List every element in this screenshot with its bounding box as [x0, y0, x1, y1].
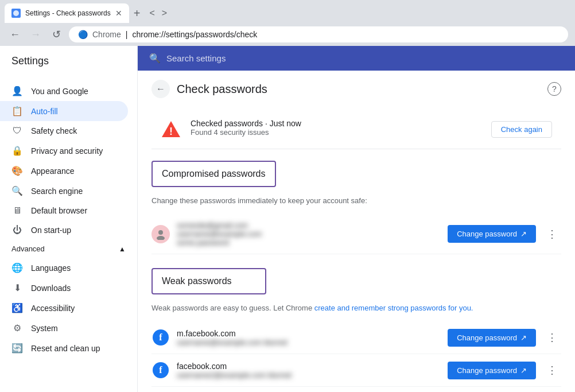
advanced-arrow-icon: ▲: [119, 245, 126, 253]
compromised-change-password-button[interactable]: Change password ↗: [448, 225, 536, 243]
sidebar-item-downloads[interactable]: ⬇ Downloads: [0, 278, 128, 298]
reset-icon: 🔄: [11, 343, 23, 354]
compromised-section-box: Compromised passwords: [151, 161, 276, 187]
warning-icon: !: [161, 119, 181, 139]
sidebar-item-privacy-security[interactable]: 🔒 Privacy and security: [0, 141, 128, 161]
languages-icon: 🌐: [11, 262, 23, 273]
sidebar-item-search-engine[interactable]: 🔍 Search engine: [0, 181, 128, 201]
startup-icon: ⏻: [11, 225, 23, 235]
nav-arrow-forward[interactable]: >: [160, 8, 169, 18]
compromised-password-item: somesite@gmail.com username@example.com …: [151, 214, 561, 254]
sidebar: Settings 👤 You and Google 📋 Auto-fill 🛡 …: [0, 46, 138, 392]
sidebar-item-safety-check[interactable]: 🛡 Safety check: [0, 121, 128, 141]
tab-bar: Settings - Check passwords ✕ + < >: [0, 0, 575, 23]
url-domain: Chrome: [92, 30, 121, 39]
check-again-button[interactable]: Check again: [491, 121, 552, 138]
sidebar-item-label: System: [31, 324, 58, 333]
new-tab-button[interactable]: +: [129, 7, 145, 20]
sidebar-item-default-browser[interactable]: 🖥 Default browser: [0, 201, 128, 220]
weak-username-2: username2@example.com blurred: [177, 371, 441, 379]
status-subtitle: Found 4 security issues: [191, 128, 491, 137]
svg-point-0: [13, 10, 19, 16]
weak-password-item-2: f facebook.com username2@example.com blu…: [151, 354, 561, 387]
weak-site-name-2: facebook.com: [177, 362, 441, 371]
back-to-passwords-button[interactable]: ←: [151, 80, 170, 98]
help-icon[interactable]: ?: [547, 82, 561, 96]
weak-password-item-1: f m.facebook.com username@example.com bl…: [151, 321, 561, 354]
nav-arrow-back[interactable]: <: [147, 8, 157, 18]
safety-check-icon: 🛡: [11, 126, 23, 136]
sidebar-item-label: Default browser: [31, 206, 87, 215]
search-input[interactable]: [166, 53, 564, 63]
sidebar-item-label: You and Google: [31, 87, 88, 96]
default-browser-icon: 🖥: [11, 205, 23, 216]
advanced-section[interactable]: Advanced ▲: [0, 240, 137, 258]
weak-title: Weak passwords: [162, 276, 256, 286]
weak-site-info-1: m.facebook.com username@example.com blur…: [177, 329, 441, 347]
svg-point-4: [157, 236, 165, 240]
url-bar[interactable]: 🔵 Chrome | chrome://settings/passwords/c…: [69, 26, 568, 42]
sidebar-item-label: On start-up: [31, 226, 71, 235]
sidebar-item-label: Appearance: [31, 166, 75, 176]
accessibility-icon: ♿: [11, 302, 23, 313]
main-content: 🔍 ← Check passwords ? ! Checked passw: [138, 46, 575, 392]
sidebar-item-system[interactable]: ⚙ System: [0, 318, 128, 338]
sidebar-item-you-google[interactable]: 👤 You and Google: [0, 81, 128, 101]
svg-text:!: !: [169, 126, 173, 137]
weak-more-options-button-2[interactable]: ⋮: [543, 361, 561, 379]
sidebar-item-label: Search engine: [31, 187, 83, 196]
sidebar-header: Settings: [0, 46, 137, 76]
sidebar-item-accessibility[interactable]: ♿ Accessibility: [0, 298, 128, 318]
external-link-icon: ↗: [520, 333, 527, 342]
reload-button[interactable]: ↺: [48, 26, 64, 42]
weak-change-password-button-1[interactable]: Change password ↗: [448, 329, 536, 347]
sidebar-item-languages[interactable]: 🌐 Languages: [0, 258, 128, 278]
external-link-icon: ↗: [520, 230, 527, 238]
lock-icon: 🔵: [78, 30, 88, 39]
appearance-icon: 🎨: [11, 165, 23, 176]
compromised-favicon: [151, 225, 170, 243]
weak-site-name-1: m.facebook.com: [177, 329, 441, 338]
sidebar-item-reset[interactable]: 🔄 Reset and clean up: [0, 338, 128, 358]
sidebar-item-auto-fill[interactable]: 📋 Auto-fill: [0, 101, 128, 121]
search-icon: 🔍: [149, 53, 161, 64]
address-bar: ← → ↺ 🔵 Chrome | chrome://settings/passw…: [0, 23, 575, 46]
sidebar-item-on-startup[interactable]: ⏻ On start-up: [0, 220, 128, 240]
page-title: Check passwords: [177, 83, 267, 96]
browser-chrome: Settings - Check passwords ✕ + < > ← → ↺…: [0, 0, 575, 46]
downloads-icon: ⬇: [11, 282, 23, 293]
sidebar-item-label: Reset and clean up: [31, 344, 100, 353]
sidebar-title: Settings: [11, 55, 126, 67]
sidebar-item-appearance[interactable]: 🎨 Appearance: [0, 161, 128, 181]
weak-section: Weak passwords Weak passwords are easy t…: [151, 268, 561, 387]
weak-more-options-button-1[interactable]: ⋮: [543, 328, 561, 347]
compromised-username: username@example.com: [177, 230, 441, 238]
sidebar-item-label: Auto-fill: [31, 107, 58, 116]
url-path: chrome://settings/passwords/check: [132, 30, 257, 39]
compromised-more-options-button[interactable]: ⋮: [543, 225, 561, 243]
page-header: ← Check passwords ?: [151, 80, 561, 98]
status-card: ! Checked passwords · Just now Found 4 s…: [151, 110, 561, 149]
compromised-description: Change these passwords immediately to ke…: [151, 196, 561, 205]
system-icon: ⚙: [11, 323, 23, 333]
nav-arrows: < >: [145, 8, 172, 18]
you-google-icon: 👤: [11, 86, 23, 96]
back-button[interactable]: ←: [7, 26, 23, 42]
compromised-site-name: somesite@gmail.com: [177, 221, 441, 230]
tab-close-button[interactable]: ✕: [115, 9, 122, 18]
forward-button[interactable]: →: [28, 26, 44, 42]
app: Settings 👤 You and Google 📋 Auto-fill 🛡 …: [0, 46, 575, 392]
tab-title: Settings - Check passwords: [25, 9, 111, 17]
weak-username-1: username@example.com blurred: [177, 338, 441, 347]
status-text: Checked passwords · Just now Found 4 sec…: [191, 119, 491, 137]
compromised-site-info: somesite@gmail.com username@example.com …: [177, 221, 441, 247]
create-passwords-link[interactable]: create and remember strong passwords for…: [314, 304, 473, 312]
active-tab[interactable]: Settings - Check passwords ✕: [5, 3, 129, 23]
svg-point-3: [158, 230, 163, 235]
facebook-favicon-1: f: [151, 328, 170, 347]
privacy-icon: 🔒: [11, 145, 23, 156]
sidebar-item-label: Safety check: [31, 126, 77, 135]
external-link-icon: ↗: [520, 366, 527, 375]
weak-change-password-button-2[interactable]: Change password ↗: [448, 362, 536, 379]
url-separator: |: [126, 30, 128, 39]
